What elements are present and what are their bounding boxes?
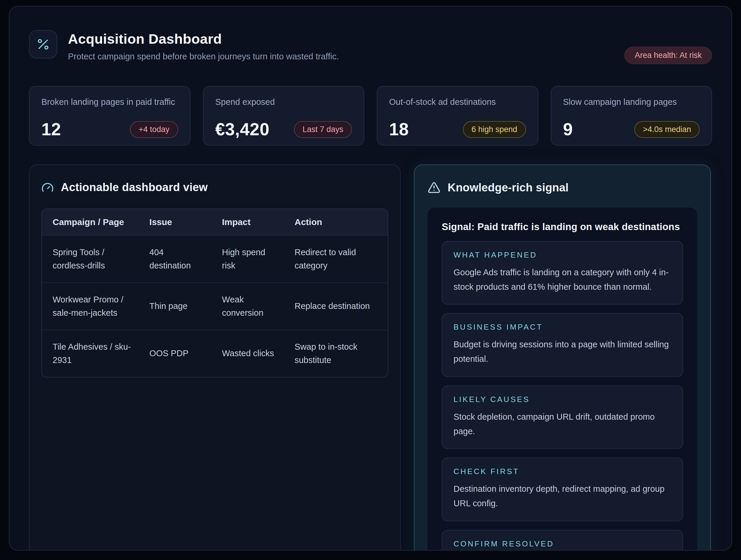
stat-card-out-of-stock-destinations: Out-of-stock ad destinations 18 6 high s… [377, 86, 538, 146]
stat-badge: +4 today [130, 121, 178, 138]
stat-badge: Last 7 days [294, 121, 352, 138]
area-health-badge: Area health: At risk [624, 47, 712, 64]
table-panel-header: Actionable dashboard view [41, 181, 388, 194]
section-label: CHECK FIRST [454, 467, 671, 476]
cell-campaign-page: Spring Tools / cordless-drills [42, 235, 139, 283]
cell-campaign-page: Workwear Promo / sale-men-jackets [42, 283, 139, 330]
cell-impact: Weak conversion [211, 283, 284, 330]
column-header-impact: Impact [211, 209, 284, 235]
cell-action: Redirect to valid category [284, 235, 388, 283]
table-row[interactable]: Tile Adhesives / sku-2931 OOS PDP Wasted… [42, 330, 388, 377]
page-header: Acquisition Dashboard Protect campaign s… [29, 30, 712, 64]
section-body: Budget is driving sessions into a page w… [454, 337, 671, 366]
percent-icon [36, 37, 50, 51]
section-label: WHAT HAPPENED [454, 251, 671, 260]
stat-value: €3,420 [215, 119, 269, 139]
stat-card-spend-exposed: Spend exposed €3,420 Last 7 days [203, 86, 364, 146]
signal-title: Signal: Paid traffic is landing on weak … [442, 221, 683, 232]
signal-section-check-first: CHECK FIRST Destination inventory depth,… [442, 458, 683, 521]
warning-triangle-icon [427, 181, 441, 194]
issues-table: Campaign / Page Issue Impact Action Spri… [41, 209, 388, 377]
column-header-issue: Issue [139, 209, 211, 235]
stat-label: Out-of-stock ad destinations [389, 97, 526, 107]
cell-impact: Wasted clicks [211, 330, 284, 377]
signal-section-likely-causes: LIKELY CAUSES Stock depletion, campaign … [442, 386, 683, 449]
page-subtitle: Protect campaign spend before broken jou… [68, 52, 339, 61]
cell-impact: High spend risk [211, 235, 284, 283]
section-label: LIKELY CAUSES [454, 395, 671, 404]
table-row[interactable]: Spring Tools / cordless-drills 404 desti… [42, 235, 388, 283]
stat-value: 12 [41, 119, 61, 139]
stat-cards-row: Broken landing pages in paid traffic 12 … [29, 86, 712, 146]
table-row[interactable]: Workwear Promo / sale-men-jackets Thin p… [42, 283, 388, 330]
cell-action: Replace destination [284, 283, 388, 330]
stat-value: 18 [389, 119, 409, 139]
cell-issue: OOS PDP [139, 330, 211, 377]
stat-value: 9 [563, 119, 573, 139]
stat-badge: >4.0s median [634, 121, 700, 138]
percent-icon-tile [29, 30, 57, 59]
section-body: Destination inventory depth, redirect ma… [454, 482, 671, 510]
table-panel-title: Actionable dashboard view [61, 181, 208, 194]
signal-section-business-impact: BUSINESS IMPACT Budget is driving sessio… [442, 313, 683, 376]
cell-issue: Thin page [139, 283, 211, 330]
stat-card-slow-landing-pages: Slow campaign landing pages 9 >4.0s medi… [551, 86, 712, 146]
table-header-row: Campaign / Page Issue Impact Action [42, 209, 388, 235]
section-label: CONFIRM RESOLVED [454, 539, 671, 549]
section-body: Google Ads traffic is landing on a categ… [454, 265, 671, 294]
stat-label: Slow campaign landing pages [563, 97, 700, 107]
cell-issue: 404 destination [139, 235, 211, 283]
page-title: Acquisition Dashboard [68, 31, 339, 47]
stat-badge: 6 high spend [463, 121, 526, 138]
section-label: BUSINESS IMPACT [454, 323, 671, 332]
panels-row: Actionable dashboard view Campaign / Pag… [29, 164, 712, 551]
signal-panel-header: Knowledge-rich signal [427, 181, 697, 194]
signal-section-what-happened: WHAT HAPPENED Google Ads traffic is land… [442, 241, 683, 304]
knowledge-signal-panel: Knowledge-rich signal Signal: Paid traff… [414, 164, 711, 551]
signal-panel-title: Knowledge-rich signal [448, 181, 569, 194]
signal-card: Signal: Paid traffic is landing on weak … [427, 208, 697, 551]
acquisition-dashboard: Acquisition Dashboard Protect campaign s… [9, 6, 732, 551]
actionable-dashboard-panel: Actionable dashboard view Campaign / Pag… [29, 164, 401, 551]
cell-campaign-page: Tile Adhesives / sku-2931 [42, 330, 139, 377]
section-body: Stock depletion, campaign URL drift, out… [454, 410, 671, 438]
stat-label: Spend exposed [215, 97, 352, 107]
column-header-action: Action [284, 209, 388, 235]
cell-action: Swap to in-stock substitute [284, 330, 388, 377]
column-header-campaign-page: Campaign / Page [42, 209, 139, 235]
stat-label: Broken landing pages in paid traffic [41, 97, 178, 107]
gauge-icon [41, 181, 54, 194]
signal-section-confirm-resolved: CONFIRM RESOLVED Page depth improves and… [442, 530, 683, 551]
stat-card-broken-landing-pages: Broken landing pages in paid traffic 12 … [29, 86, 191, 146]
header-text: Acquisition Dashboard Protect campaign s… [68, 30, 339, 61]
